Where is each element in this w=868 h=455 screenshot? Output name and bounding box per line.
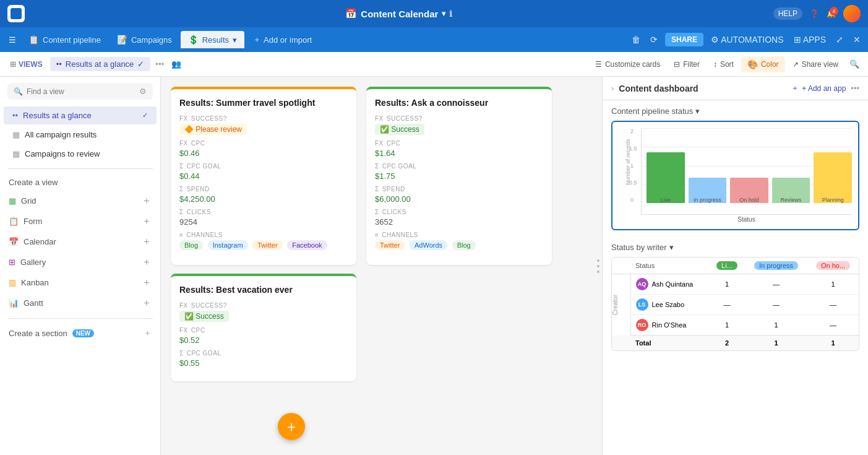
toolbar-actions: ☰ Customize cards ⊟ Filter ↕ Sort 🎨 Colo… [589,56,863,72]
bar-planning [814,152,852,203]
clicks-field: Σ CLICKS 9254 [179,209,348,227]
th-inprogress: In progress [745,258,807,274]
expand-icon[interactable]: ⤢ [833,32,846,47]
add-form-icon[interactable]: ＋ [142,215,152,228]
more-options-icon[interactable]: ••• [851,84,859,93]
writer-name-ash: AQ Ash Quintana [630,274,709,295]
search-button[interactable]: 🔍 [846,56,863,72]
info-icon[interactable]: ℹ [449,9,452,19]
create-section-label: Create a section [9,329,67,338]
onhold-header-pill: On ho... [816,261,850,270]
lee-live: — [709,295,745,315]
history-icon[interactable]: ⟳ [648,32,660,47]
tab-pipeline[interactable]: 📋 Content pipeline [21,31,108,48]
total-label: Total [630,336,709,351]
hamburger-menu[interactable]: ☰ [5,32,20,48]
sidebar-item-campaigns-review[interactable]: ▦ Campaigns to review [4,145,157,163]
create-section-header[interactable]: Create a section NEW ＋ [0,324,160,342]
view-toolbar: ⊞ VIEWS •• Results at a glance ✓ ••• 👥 ☰… [0,52,868,77]
rin-live: 1 [709,315,745,336]
add-kanban-icon[interactable]: ＋ [142,276,152,289]
create-gallery-view[interactable]: ⊞ Gallery ＋ [0,252,160,272]
create-calendar-view[interactable]: 📅 Calendar ＋ [0,232,160,252]
question-icon[interactable]: ❓ [810,9,819,18]
table-header: Status Li... In progress On ho... [612,258,859,274]
app-title: Content Calendar [361,9,438,19]
cpc-value: $0.52 [179,336,348,345]
card-title: Results: Summer travel spotlight [179,98,348,108]
add-calendar-icon[interactable]: ＋ [142,235,152,248]
people-icon[interactable]: 👥 [169,57,184,71]
add-grid-icon[interactable]: ＋ [142,194,152,207]
th-onhold: On ho... [807,258,859,274]
color-icon: 🎨 [747,59,758,69]
channel-blog: Blog [452,240,476,250]
kanban-icon: ▥ [9,278,16,287]
title-chevron[interactable]: ▾ [442,9,445,18]
create-form-view[interactable]: 📋 Form ＋ [0,211,160,232]
active-check-icon: ✓ [142,111,148,119]
channels-field: ≡ CHANNELS Blog Instagram Twitter Facebo… [179,232,348,251]
add-fab-button[interactable]: ＋ [278,413,305,440]
app-logo[interactable] [7,5,25,22]
channel-adwords: AdWords [410,240,447,250]
formula-icon2: fx [375,140,384,147]
filter-button[interactable]: ⊟ Filter [668,57,706,72]
add-icon: ＋ [253,34,261,45]
view-options-button[interactable]: ••• [153,57,166,71]
formula-icon2: fx [179,140,188,147]
notifications-button[interactable]: 🔔 4 [827,9,836,18]
sidebar-item-results-glance[interactable]: •• Results at a glance ✓ [4,106,157,124]
rin-onhold: — [807,315,859,336]
user-avatar[interactable] [843,5,861,22]
app-title-area: 📅 Content Calendar ▾ ℹ [30,8,768,19]
sort-button[interactable]: ↕ Sort [707,57,740,72]
cpc-goal-value: $0.55 [179,358,348,368]
content-area: Results: Summer travel spotlight fx SUCC… [161,77,602,455]
share-view-button[interactable]: ↗ Share view [786,57,844,72]
create-kanban-view[interactable]: ▥ Kanban ＋ [0,272,160,293]
creator-rotated-label: Creator [612,295,619,315]
top-nav: 📅 Content Calendar ▾ ℹ HELP ❓ 🔔 4 [0,0,868,27]
writer-table-container: Status Li... In progress On ho... [611,257,859,351]
grid-view-icon: ▦ [12,130,20,139]
status-by-writer-title-row[interactable]: Status by writer ▾ [611,243,859,252]
bar-label-onhold: On hold [739,197,759,203]
add-section-icon[interactable]: ＋ [144,327,152,339]
views-button[interactable]: ⊞ VIEWS [5,58,48,71]
cpc-goal-field: Σ CPC GOAL $0.55 [179,350,348,368]
tab-results[interactable]: 💲 Results ▾ [181,31,244,48]
create-grid-view[interactable]: ▦ Grid ＋ [0,191,160,211]
active-view[interactable]: •• Results at a glance ✓ [50,57,151,71]
help-button[interactable]: HELP [773,7,802,20]
settings-icon[interactable]: ⚙ [139,87,147,96]
add-app-button[interactable]: ＋ + Add an app [791,83,846,93]
tab-add-import[interactable]: ＋ Add or import [246,30,319,49]
create-gantt-view[interactable]: 📊 Gantt ＋ [0,293,160,313]
cpc-goal-field: Σ CPC GOAL $1.75 [375,163,543,181]
find-view-input[interactable] [27,87,135,96]
dashboard-title: Content dashboard [619,84,786,93]
apps-button[interactable]: ⊞ APPS [791,32,828,47]
pipeline-status-title-row[interactable]: Content pipeline status ▾ [611,106,859,116]
customize-cards-button[interactable]: ☰ Customize cards [589,57,666,72]
tab-campaigns[interactable]: 📝 Campaigns [110,31,179,48]
top-nav-right: HELP ❓ 🔔 4 [773,5,861,22]
trash-icon[interactable]: 🗑 [629,32,643,47]
color-button[interactable]: 🎨 Color [741,56,785,72]
inprogress-header-pill: In progress [754,261,798,270]
add-gantt-icon[interactable]: ＋ [142,297,152,310]
share-button[interactable]: SHARE [665,33,703,46]
chevron-right-icon[interactable]: › [611,84,614,93]
success-badge: ✅ Success [179,311,229,322]
pipeline-chart: Number of records 2 1.5 1 0.5 0 [611,121,859,230]
views-label: VIEWS [19,60,43,69]
sidebar: 🔍 ⚙ •• Results at a glance ✓ ▦ All campa… [0,77,161,455]
sidebar-divider [7,168,153,169]
total-inprogress: 1 [745,336,807,351]
close-icon[interactable]: ✕ [851,32,863,47]
add-gallery-icon[interactable]: ＋ [142,256,152,269]
y-axis-label: Number of records [625,167,631,185]
automations-button[interactable]: ⚙ AUTOMATIONS [708,32,786,47]
sidebar-item-all-results[interactable]: ▦ All campaign results [4,126,157,144]
